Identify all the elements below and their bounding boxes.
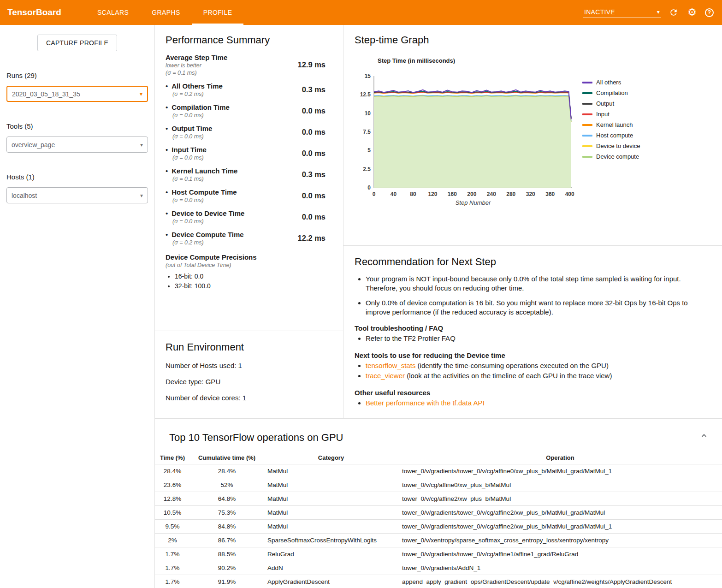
tfdata-performance-link[interactable]: Better performance with the tf.data API — [366, 399, 485, 407]
main-content: Performance Summary Average Step Time lo… — [155, 25, 722, 588]
tensorflow-stats-link[interactable]: tensorflow_stats — [366, 362, 415, 369]
cell-time: 12.8% — [155, 492, 190, 506]
tab-profile[interactable]: PROFILE — [192, 0, 244, 25]
recommendation-item: Only 0.0% of device computation is 16 bi… — [366, 298, 711, 317]
svg-text:0: 0 — [367, 184, 371, 191]
hosts-dropdown[interactable]: localhost ▾ — [6, 187, 148, 203]
legend-item: Kernel launch — [582, 121, 640, 128]
metric-note: lower is better — [166, 62, 227, 69]
header-actions: INACTIVE ▾ ⚙ ? — [583, 0, 722, 25]
tab-scalars[interactable]: SCALARS — [86, 0, 140, 25]
legend-item: Compilation — [582, 89, 640, 96]
tools-dropdown[interactable]: overview_page ▾ — [6, 137, 148, 153]
chevron-down-icon: ▾ — [657, 9, 660, 15]
runs-dropdown[interactable]: 2020_03_05_18_31_35 ▾ — [6, 86, 148, 102]
chart-title: Step Time (in milliseconds) — [378, 57, 711, 64]
faq-heading: Tool troubleshooting / FAQ — [355, 324, 711, 332]
run-env-line: Number of device cores: 1 — [166, 394, 332, 402]
cell-cumulative: 90.2% — [190, 561, 264, 575]
cell-operation: append_apply_gradient_ops/GradientDescen… — [398, 575, 722, 588]
legend-label: Device compute — [596, 153, 639, 160]
metric-label: Input Time — [166, 146, 207, 154]
svg-text:2.5: 2.5 — [363, 166, 371, 172]
recommendation-title: Recommendation for Next Step — [355, 256, 711, 268]
tab-graphs[interactable]: GRAPHS — [140, 0, 192, 25]
top10-section: Top 10 TensorFlow operations on GPU Time… — [155, 419, 722, 588]
metric-row: Host Compute Time (σ = 0.0 ms) 0.0 ms — [166, 188, 325, 203]
cell-time: 1.7% — [155, 561, 190, 575]
svg-text:320: 320 — [526, 191, 535, 197]
metric-row: Output Time (σ = 0.0 ms) 0.0 ms — [166, 125, 325, 140]
metric-value: 12.9 ms — [297, 60, 325, 69]
performance-summary-title: Performance Summary — [166, 34, 325, 46]
legend-item: Device to device — [582, 143, 640, 149]
cell-time: 9.5% — [155, 520, 190, 534]
performance-column: Performance Summary Average Step Time lo… — [155, 25, 343, 418]
table-row: 2%86.7%SparseSoftmaxCrossEntropyWithLogi… — [155, 534, 722, 547]
resource-item: Better performance with the tf.data API — [366, 398, 711, 409]
tools-dropdown-value: overview_page — [12, 141, 55, 148]
refresh-icon[interactable] — [668, 7, 679, 18]
gear-icon[interactable]: ⚙ — [686, 7, 698, 18]
table-row: 1.7%88.5%ReluGradtower_0/v/gradients/tow… — [155, 547, 722, 561]
metric-label: Device Compute Time — [166, 231, 244, 238]
metric-value: 0.0 ms — [302, 191, 325, 200]
cell-cumulative: 88.5% — [190, 547, 264, 561]
run-environment-section: Run Environment Number of Hosts used: 1 … — [155, 331, 343, 412]
top-bar: TensorBoard SCALARS GRAPHS PROFILE INACT… — [0, 0, 722, 25]
tool-desc: (identify the time-consuming operations … — [415, 362, 609, 369]
metric-value: 12.2 ms — [297, 234, 325, 243]
cell-time: 2% — [155, 534, 190, 547]
runs-dropdown-value: 2020_03_05_18_31_35 — [12, 90, 80, 98]
runs-label: Runs (29) — [6, 71, 148, 79]
col-header-category: Category — [264, 451, 398, 464]
tool-item: tensorflow_stats (identify the time-cons… — [366, 361, 711, 371]
step-time-graph-section: Step-time Graph Step Time (in millisecon… — [343, 25, 722, 246]
capture-profile-button[interactable]: CAPTURE PROFILE — [37, 35, 117, 51]
tool-desc: (look at the activities on the timeline … — [405, 372, 612, 380]
cell-operation: tower_0/v/gradients/tower_0/v/cg/affine0… — [398, 464, 722, 478]
chevron-down-icon: ▾ — [140, 91, 142, 97]
sidebar: CAPTURE PROFILE Runs (29) 2020_03_05_18_… — [0, 25, 155, 588]
table-row: 10.5%75.3%MatMultower_0/v/gradients/towe… — [155, 506, 722, 520]
legend-label: Compilation — [596, 89, 628, 96]
chevron-down-icon: ▾ — [140, 142, 143, 148]
cell-operation: tower_0/v/cg/affine2/xw_plus_b/MatMul — [398, 492, 722, 506]
cell-operation: tower_0/v/xentropy/sparse_softmax_cross_… — [398, 534, 722, 547]
metric-sigma: (σ = 0.0 ms) — [172, 133, 212, 140]
table-row: 12.8%64.8%MatMultower_0/v/cg/affine2/xw_… — [155, 492, 722, 506]
metric-sigma: (σ = 0.2 ms) — [172, 239, 244, 246]
chevron-down-icon: ▾ — [140, 193, 143, 198]
hosts-label: Hosts (1) — [6, 173, 148, 181]
cell-cumulative: 75.3% — [190, 506, 264, 520]
cell-time: 10.5% — [155, 506, 190, 520]
help-icon[interactable]: ? — [705, 8, 714, 17]
svg-text:10: 10 — [365, 110, 371, 117]
recommendation-section: Recommendation for Next Step Your progra… — [343, 246, 722, 418]
table-row: 23.6%52%MatMultower_0/v/cg/affine0/xw_pl… — [155, 478, 722, 492]
legend-item: All others — [582, 79, 640, 86]
tool-item: trace_viewer (look at the activities on … — [366, 371, 711, 381]
precision-item: 32-bit: 100.0 — [175, 281, 325, 291]
status-dropdown[interactable]: INACTIVE ▾ — [583, 7, 661, 18]
legend-item: Output — [582, 100, 640, 107]
col-header-time: Time (%) — [155, 451, 190, 464]
precisions-note: (out of Total Device Time) — [166, 262, 325, 268]
faq-item: Refer to the TF2 Profiler FAQ — [366, 333, 711, 344]
cell-cumulative: 28.4% — [190, 464, 264, 478]
cell-operation: tower_0/v/gradients/tower_0/v/cg/affine1… — [398, 547, 722, 561]
collapse-icon[interactable] — [700, 432, 708, 441]
legend-label: Device to device — [596, 143, 640, 149]
hosts-dropdown-value: localhost — [12, 192, 37, 199]
svg-text:Step Number: Step Number — [456, 199, 491, 206]
metric-value: 0.0 ms — [302, 149, 325, 158]
metric-label: Average Step Time — [166, 53, 227, 61]
precision-item: 16-bit: 0.0 — [175, 272, 325, 281]
trace-viewer-link[interactable]: trace_viewer — [366, 372, 405, 380]
metric-label: Device to Device Time — [166, 209, 244, 217]
table-row: 9.5%84.8%MatMultower_0/v/gradients/tower… — [155, 520, 722, 534]
cell-category: MatMul — [264, 478, 398, 492]
cell-cumulative: 86.7% — [190, 534, 264, 547]
metric-value: 0.0 ms — [302, 213, 325, 221]
cell-operation: tower_0/v/gradients/AddN_1 — [398, 561, 722, 575]
